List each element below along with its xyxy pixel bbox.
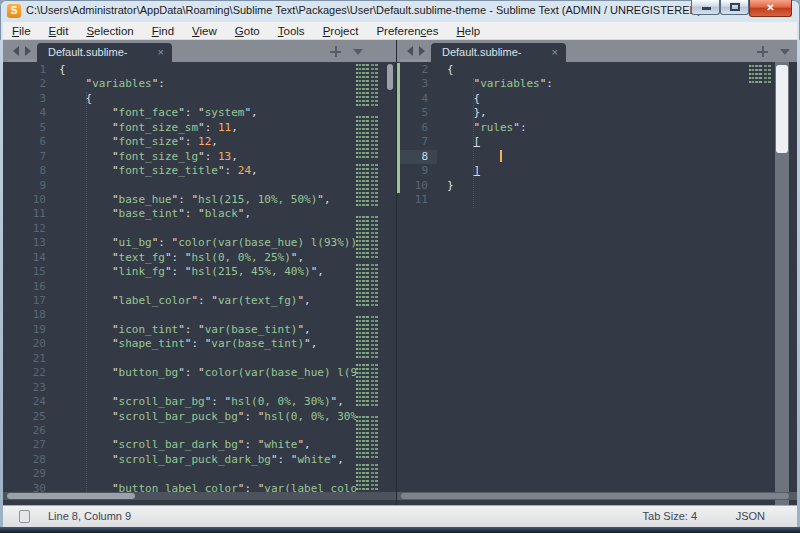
code-line[interactable] — [59, 381, 356, 395]
code-line[interactable]: "font_size": 12, — [59, 135, 356, 149]
tab-scroll-right-icon[interactable] — [25, 46, 31, 56]
code-line[interactable]: "rules": — [447, 121, 747, 135]
tab-size-status[interactable]: Tab Size: 4 — [643, 510, 697, 522]
line-number: 6 — [397, 121, 437, 135]
vertical-scrollbar[interactable] — [775, 62, 789, 505]
code-line[interactable]: "variables": — [447, 77, 747, 91]
code-line[interactable]: "button_bg": "color(var(base_hue) l(9 — [59, 366, 356, 380]
horizontal-scrollbar-thumb[interactable] — [401, 493, 789, 499]
menu-view[interactable]: View — [183, 22, 226, 40]
code-line[interactable]: }, — [447, 106, 747, 120]
code-line[interactable]: "font_size_title": 24, — [59, 164, 356, 178]
tab-close-icon[interactable]: × — [158, 43, 164, 62]
code-line[interactable]: "scroll_bar_puck_bg": "hsl(0, 0%, 30% — [59, 410, 356, 424]
minimap[interactable] — [356, 64, 384, 500]
window-title: C:\Users\Administrator\AppData\Roaming\S… — [26, 4, 701, 16]
code-line[interactable]: [ — [447, 135, 747, 149]
menu-goto[interactable]: Goto — [226, 22, 269, 40]
code-line[interactable]: "font_face": "system", — [59, 106, 356, 120]
code-line[interactable]: "scroll_bar_bg": "hsl(0, 0%, 30%)", — [59, 395, 356, 409]
menu-tools[interactable]: Tools — [269, 22, 314, 40]
tab-scroll-left-icon[interactable] — [13, 46, 19, 56]
syntax-status[interactable]: JSON — [736, 510, 765, 522]
code-line[interactable]: "shape_tint": "var(base_tint)", — [59, 337, 356, 351]
code-area-left[interactable]: { "variables": { "font_face": "system", … — [59, 62, 356, 505]
tab-right-default-sublime-theme[interactable]: Default.sublime-theme × — [431, 43, 566, 62]
code-line[interactable]: "variables": — [59, 77, 356, 91]
code-line[interactable] — [59, 424, 356, 438]
vertical-scrollbar-thumb[interactable] — [776, 65, 788, 153]
horizontal-scrollbar[interactable] — [3, 492, 396, 500]
code-line[interactable] — [59, 352, 356, 366]
new-tab-icon[interactable] — [757, 46, 768, 57]
line-number: 8 — [3, 164, 55, 178]
code-line[interactable]: "link_fg": "hsl(215, 45%, 40%)", — [59, 265, 356, 279]
menu-preferences[interactable]: Preferences — [367, 22, 447, 40]
line-number: 4 — [3, 106, 55, 120]
line-number: 20 — [3, 337, 55, 351]
close-icon: ✕ — [766, 2, 774, 13]
menu-find[interactable]: Find — [143, 22, 183, 40]
tab-left-default-sublime-theme[interactable]: Default.sublime-theme × — [37, 43, 172, 62]
code-line[interactable]: } — [447, 179, 747, 193]
code-line[interactable]: { — [59, 92, 356, 106]
tab-scroll-left-icon[interactable] — [407, 46, 413, 56]
line-number: 5 — [3, 121, 55, 135]
code-line[interactable]: "font_size_lg": 13, — [59, 150, 356, 164]
horizontal-scrollbar[interactable] — [397, 492, 797, 500]
line-number: 10 — [3, 193, 55, 207]
menu-project[interactable]: Project — [314, 22, 368, 40]
modified-lines-indicator — [397, 63, 400, 193]
tab-close-icon[interactable]: × — [552, 43, 558, 62]
code-line[interactable] — [59, 308, 356, 322]
menu-help[interactable]: Help — [447, 22, 489, 40]
code-line[interactable]: "scroll_bar_puck_dark_bg": "white", — [59, 453, 356, 467]
horizontal-scrollbar-thumb[interactable] — [7, 493, 135, 499]
minimize-button[interactable] — [691, 0, 720, 15]
code-line[interactable]: "label_color": "var(text_fg)", — [59, 294, 356, 308]
new-tab-icon[interactable] — [330, 46, 341, 57]
code-line[interactable] — [59, 467, 356, 481]
tab-overflow-icon[interactable] — [780, 49, 790, 55]
menu-file[interactable]: File — [3, 22, 40, 40]
line-number: 29 — [3, 467, 55, 481]
line-number: 1 — [3, 63, 55, 77]
gutter-right: 234567891011 — [397, 62, 437, 505]
code-line[interactable] — [59, 179, 356, 193]
maximize-button[interactable] — [720, 0, 749, 15]
menu-selection[interactable]: Selection — [77, 22, 142, 40]
code-line[interactable] — [59, 280, 356, 294]
code-line[interactable]: "base_tint": "black", — [59, 207, 356, 221]
code-area-right[interactable]: { "variables": { }, "rules": [ ]} — [447, 62, 747, 505]
tab-scroll-right-icon[interactable] — [419, 46, 425, 56]
status-square-icon — [19, 510, 30, 523]
code-line[interactable] — [447, 193, 747, 207]
code-line[interactable]: "icon_tint": "var(base_tint)", — [59, 323, 356, 337]
code-line[interactable]: "ui_bg": "color(var(base_hue) l(93%)) — [59, 236, 356, 250]
code-line[interactable]: ] — [447, 164, 747, 178]
menu-edit[interactable]: Edit — [40, 22, 78, 40]
line-number: 9 — [3, 179, 55, 193]
editor-region: Default.sublime-theme × Default.sublime-… — [3, 40, 797, 527]
vertical-scrollbar-thumb[interactable] — [387, 64, 393, 90]
line-number: 13 — [3, 236, 55, 250]
code-line[interactable]: "scroll_bar_dark_bg": "white", — [59, 438, 356, 452]
code-line[interactable]: "text_fg": "hsl(0, 0%, 25%)", — [59, 251, 356, 265]
code-line[interactable]: "font_size_sm": 11, — [59, 121, 356, 135]
line-number: 25 — [3, 410, 55, 424]
line-number: 24 — [3, 395, 55, 409]
line-number: 17 — [3, 294, 55, 308]
code-line[interactable]: { — [59, 63, 356, 77]
code-line[interactable]: "base_hue": "hsl(215, 10%, 50%)", — [59, 193, 356, 207]
tab-overflow-icon[interactable] — [353, 49, 363, 55]
line-number: 15 — [3, 265, 55, 279]
code-line[interactable] — [447, 150, 747, 164]
minimap[interactable] — [749, 65, 771, 83]
minimize-icon — [702, 7, 711, 10]
line-number: 19 — [3, 323, 55, 337]
close-button[interactable]: ✕ — [749, 0, 792, 17]
line-number: 28 — [3, 453, 55, 467]
code-line[interactable]: { — [447, 63, 747, 77]
code-line[interactable] — [59, 222, 356, 236]
code-line[interactable]: { — [447, 92, 747, 106]
